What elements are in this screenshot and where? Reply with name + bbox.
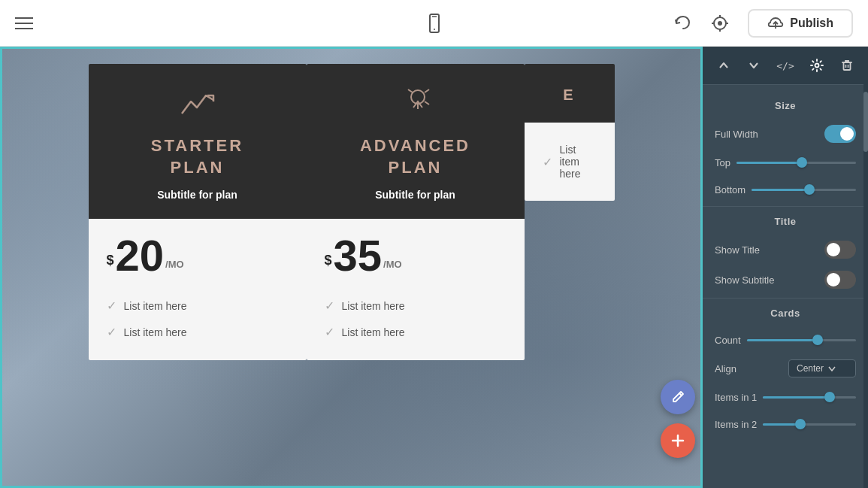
canvas: STARTERPLAN Subtitle for plan $ 20 /MO ✓… <box>0 47 703 488</box>
enterprise-list-item-1: ✓ List item here <box>543 138 597 186</box>
delete-button[interactable] <box>834 56 860 75</box>
align-row: Align Center <box>703 353 868 383</box>
cards-section-header: Cards <box>703 302 868 326</box>
svg-line-11 <box>408 89 413 92</box>
code-button[interactable]: </> <box>770 57 800 74</box>
full-width-toggle[interactable] <box>824 125 856 143</box>
items-in-2-slider-track[interactable] <box>763 423 856 426</box>
align-label: Align <box>715 363 736 374</box>
card-body-starter: $ 20 /MO ✓ List item here ✓ List item he… <box>89 219 307 360</box>
advanced-icon <box>397 85 434 125</box>
items-in-2-row: Items in 2 <box>703 411 868 438</box>
advanced-list-item-2: ✓ List item here <box>325 319 507 345</box>
starter-price: $ 20 /MO <box>107 234 289 277</box>
move-down-button[interactable] <box>741 56 767 75</box>
svg-point-15 <box>815 64 819 68</box>
panel-content: Size Full Width Top Bottom <box>703 85 868 488</box>
count-row: Count <box>703 326 868 353</box>
align-select[interactable]: Center <box>788 359 856 377</box>
preview-button[interactable] <box>710 14 730 33</box>
full-width-label: Full Width <box>715 129 758 140</box>
show-title-label: Show Title <box>715 244 760 256</box>
panel-scrollbar-thumb[interactable] <box>863 92 868 152</box>
card-header-enterprise: E <box>525 64 615 123</box>
advanced-price: $ 35 /MO <box>325 234 507 277</box>
items-in-2-slider-container <box>763 423 856 426</box>
mobile-preview-button[interactable] <box>424 13 445 34</box>
full-width-row: Full Width <box>703 119 868 149</box>
panel-toolbar: </> <box>703 47 868 85</box>
align-value: Center <box>797 363 824 374</box>
show-subtitle-label: Show Subtitle <box>715 274 775 286</box>
card-header-starter: STARTERPLAN Subtitle for plan <box>89 64 307 219</box>
undo-button[interactable] <box>673 14 692 33</box>
hamburger-menu[interactable] <box>15 17 33 29</box>
top-slider-thumb[interactable] <box>797 157 807 168</box>
starter-amount: 20 <box>116 234 165 277</box>
svg-point-1 <box>434 29 435 30</box>
topbar-right: Publish <box>673 9 853 38</box>
bottom-row: Bottom <box>703 176 868 203</box>
fab-container <box>661 380 695 458</box>
svg-point-4 <box>718 21 722 26</box>
settings-button[interactable] <box>804 56 830 75</box>
bottom-slider-fill <box>752 189 809 191</box>
pricing-card-advanced[interactable]: ADVANCEDPLAN Subtitle for plan $ 35 /MO … <box>307 64 525 360</box>
advanced-subtitle: Subtitle for plan <box>375 189 455 201</box>
right-panel: </> Size <box>703 47 868 488</box>
card-body-enterprise: ✓ List item here <box>525 123 615 201</box>
edit-fab-button[interactable] <box>661 380 695 414</box>
show-subtitle-toggle[interactable] <box>824 271 856 289</box>
items-in-1-slider-thumb[interactable] <box>824 392 835 402</box>
items-in-2-label: Items in 2 <box>715 419 757 430</box>
show-title-row: Show Title <box>703 235 868 265</box>
pricing-card-enterprise: E ✓ List item here <box>525 64 615 201</box>
check-icon-4: ✓ <box>325 325 334 339</box>
size-section-header: Size <box>703 94 868 119</box>
items-in-2-slider-thumb[interactable] <box>795 419 806 429</box>
top-slider-fill <box>736 162 802 164</box>
svg-line-12 <box>425 89 429 92</box>
advanced-dollar: $ <box>325 253 332 268</box>
top-label: Top <box>715 157 730 168</box>
count-slider-container <box>747 339 856 341</box>
top-slider-container <box>736 162 856 164</box>
bottom-label: Bottom <box>715 184 746 196</box>
count-slider-thumb[interactable] <box>812 335 823 345</box>
main-area: STARTERPLAN Subtitle for plan $ 20 /MO ✓… <box>0 47 868 488</box>
starter-list-item-1: ✓ List item here <box>107 292 289 319</box>
move-up-button[interactable] <box>711 56 736 75</box>
starter-dollar: $ <box>107 253 114 268</box>
show-title-toggle[interactable] <box>824 241 856 259</box>
starter-period: /MO <box>165 259 184 270</box>
divider-1 <box>703 206 868 207</box>
items-in-1-slider-container <box>763 396 856 399</box>
count-slider-track[interactable] <box>747 339 856 341</box>
bottom-slider-thumb[interactable] <box>804 184 815 195</box>
publish-button[interactable]: Publish <box>748 9 853 38</box>
bottom-slider-track[interactable] <box>752 189 856 191</box>
advanced-title: ADVANCEDPLAN <box>360 135 470 178</box>
items-in-1-row: Items in 1 <box>703 383 868 411</box>
topbar: Publish <box>0 0 868 47</box>
topbar-left <box>15 17 33 29</box>
publish-label: Publish <box>790 17 833 30</box>
add-fab-button[interactable] <box>661 423 695 458</box>
check-icon-5: ✓ <box>543 155 552 169</box>
starter-list-item-2: ✓ List item here <box>107 319 289 345</box>
top-slider-track[interactable] <box>736 162 856 164</box>
count-label: Count <box>715 335 741 346</box>
items-in-1-slider-track[interactable] <box>763 396 856 399</box>
show-subtitle-row: Show Subtitle <box>703 265 868 295</box>
topbar-center <box>424 13 445 34</box>
panel-scrollbar[interactable] <box>863 84 868 488</box>
count-slider-fill <box>747 339 818 341</box>
pricing-card-starter[interactable]: STARTERPLAN Subtitle for plan $ 20 /MO ✓… <box>89 64 307 360</box>
divider-2 <box>703 298 868 299</box>
starter-icon <box>179 85 216 125</box>
items-in-1-slider-fill <box>763 396 830 399</box>
pricing-container: STARTERPLAN Subtitle for plan $ 20 /MO ✓… <box>2 49 700 486</box>
card-body-advanced: $ 35 /MO ✓ List item here ✓ List item he… <box>307 219 525 360</box>
advanced-period: /MO <box>383 259 402 270</box>
card-header-advanced: ADVANCEDPLAN Subtitle for plan <box>307 64 525 219</box>
